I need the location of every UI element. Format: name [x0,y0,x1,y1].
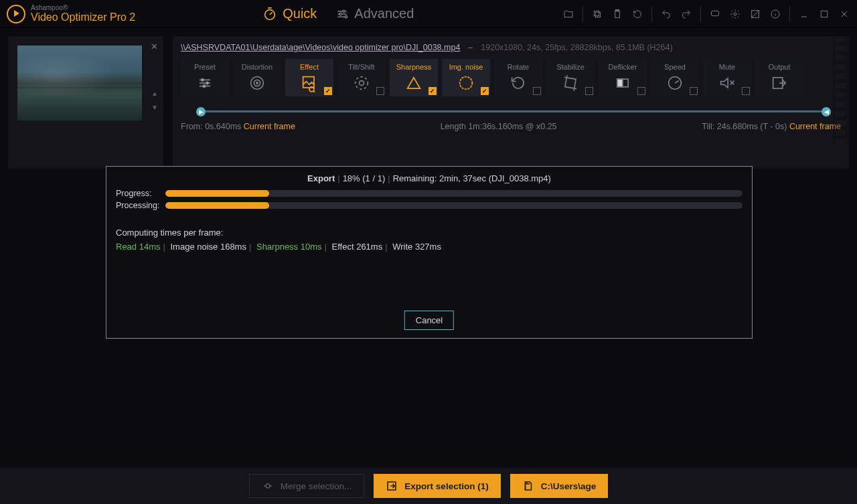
timeline-start-handle[interactable]: ▶ [196,107,206,116]
svg-point-14 [206,82,209,84]
computing-times: Read 14ms| Image noise 168ms| Sharpness … [116,242,743,252]
remove-video-icon[interactable]: ✕ [151,41,158,52]
target-icon [248,74,266,92]
fullscreen-icon[interactable] [745,4,765,24]
bottombar: Merge selection... Export selection (1) … [0,468,857,504]
tile-preset[interactable]: Preset [181,59,229,96]
aperture-icon [352,74,371,92]
sidebar-thumbnails: ✕ ▲ ▼ [8,36,163,169]
tile-label: Img. noise [449,63,483,71]
svg-point-13 [202,79,204,82]
maximize-icon[interactable] [814,4,834,24]
svg-point-1 [343,10,345,12]
merge-selection-button[interactable]: Merge selection... [249,474,365,498]
video-thumbnail[interactable] [17,46,142,120]
tile-label: Preset [194,63,216,71]
minimize-icon[interactable] [794,4,814,24]
paste-icon[interactable] [607,4,627,24]
processing-label: Processing: [116,201,156,210]
workzone: \\ASHSRVDATA01\Userdata\age\Videos\video… [173,36,849,169]
processing-bar [165,202,743,209]
tile-stabilize[interactable]: Stabilize [546,59,595,96]
output-icon [770,74,789,92]
mode-tabs: Quick Advanced [262,6,414,21]
svg-rect-4 [595,12,600,17]
tile-speed[interactable]: Speed [651,59,699,96]
folder-icon[interactable] [558,4,578,24]
timeline-from: From: 0s.640ms Current frame [181,122,295,131]
tile-mute[interactable]: Mute [703,59,751,96]
svg-point-21 [356,77,368,90]
svg-point-22 [360,81,364,86]
rotate-icon [509,74,528,92]
triangle-icon [404,74,423,92]
app-brand: Ashampoo® Video Optimizer Pro 2 [31,4,135,23]
effect-tiles: PresetDistortionEffect✓Tilt/ShiftSharpne… [181,59,841,96]
timeline-till: Till: 24s.680ms (T - 0s) Current frame [702,122,841,131]
export-dialog: Export|18% (1 / 1)|Remaining: 2min, 37se… [106,166,753,339]
export-selection-button[interactable]: Export selection (1) [374,474,500,498]
tile-label: Speed [664,63,686,71]
tile-label: Mute [719,63,735,71]
tile-label: Deflicker [609,63,637,71]
tile-img-noise[interactable]: Img. noise✓ [442,59,490,96]
tile-label: Effect [300,63,319,71]
svg-point-2 [339,13,341,15]
tile-effect[interactable]: Effect✓ [285,59,333,96]
tile-tilt-shift[interactable]: Tilt/Shift [337,59,386,96]
svg-point-0 [265,9,275,19]
export-title: Export|18% (1 / 1)|Remaining: 2min, 37se… [116,173,743,183]
crop-icon [561,74,580,92]
tile-rotate[interactable]: Rotate [494,59,542,96]
move-down-icon[interactable]: ▼ [151,104,158,111]
filmstrip-decoration [833,36,848,143]
copy-icon[interactable] [587,4,607,24]
tile-label: Distortion [242,63,272,71]
tile-deflicker[interactable]: Deflicker [599,59,647,96]
file-meta: 1920x1080, 24s, 25fps, 28828kbps, 85.1MB… [481,43,672,52]
title-actions [558,0,854,27]
sliders-icon [196,74,214,92]
tile-label: Tilt/Shift [348,63,374,71]
globe-icon [457,74,475,92]
svg-rect-26 [617,79,623,87]
reset-icon[interactable] [627,4,647,24]
tab-quick[interactable]: Quick [262,6,317,21]
progress-bar [165,190,743,197]
undo-icon[interactable] [656,4,676,24]
svg-point-24 [460,77,473,90]
tile-label: Rotate [508,63,529,71]
output-path-button[interactable]: C:\Users\age [510,474,609,498]
move-up-icon[interactable]: ▲ [151,90,158,97]
tile-output[interactable]: Output [755,59,803,96]
tile-sharpness[interactable]: Sharpness✓ [390,59,438,96]
tile-label: Output [768,63,790,71]
computing-times-label: Computing times per frame: [116,228,743,238]
settings-icon[interactable] [725,4,745,24]
feedback-icon[interactable] [705,4,725,24]
image-fx-icon [300,74,319,92]
info-icon[interactable] [765,4,785,24]
file-path[interactable]: \\ASHSRVDATA01\Userdata\age\Videos\video… [181,43,460,52]
cancel-button[interactable]: Cancel [404,311,454,330]
svg-rect-12 [821,11,827,17]
timeline-end-handle[interactable]: ◀ [822,107,831,116]
svg-point-9 [734,13,736,15]
tile-distortion[interactable]: Distortion [233,59,281,96]
titlebar: Ashampoo® Video Optimizer Pro 2 Quick Ad… [0,0,857,28]
tile-label: Sharpness [396,63,432,71]
svg-rect-5 [594,11,599,15]
contrast-icon [613,74,632,92]
from-current-frame[interactable]: Current frame [244,122,295,131]
tab-advanced[interactable]: Advanced [335,6,414,21]
close-icon[interactable] [834,4,854,24]
main-area: ✕ ▲ ▼ \\ASHSRVDATA01\Userdata\age\Videos… [0,28,857,177]
gauge-icon [666,74,684,92]
app-logo-icon [7,5,25,23]
mute-icon [718,74,736,92]
tile-label: Stabilize [556,63,585,71]
redo-icon[interactable] [676,4,696,24]
timeline-length: Length 1m:36s.160ms @ x0.25 [441,122,557,131]
timeline[interactable]: ▶ ◀ [181,106,841,118]
svg-point-15 [203,85,206,88]
